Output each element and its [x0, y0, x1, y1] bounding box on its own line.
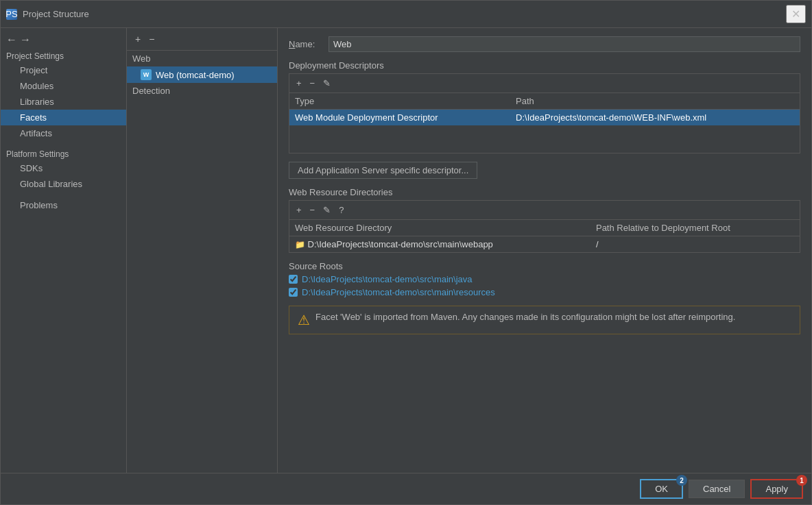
source-root-java: D:\IdeaProjects\tomcat-demo\src\main\jav… [289, 274, 800, 284]
forward-button[interactable]: → [20, 34, 31, 46]
deployment-descriptors-table: Type Path Web Module Deployment Descript… [289, 93, 800, 153]
web-resource-table: Web Resource Directory Path Relative to … [289, 220, 800, 252]
remove-facet-button[interactable]: − [146, 32, 157, 46]
project-settings-header: Project Settings [1, 49, 126, 62]
source-root-resources-checkbox[interactable] [289, 288, 298, 297]
add-web-resource-btn[interactable]: + [294, 204, 304, 217]
help-web-resource-btn[interactable]: ? [336, 204, 346, 217]
web-resource-toolbar: + − ✎ ? [289, 201, 800, 220]
apply-button[interactable]: Apply 1 [750, 479, 803, 499]
name-field-row: Name: [289, 36, 800, 52]
tree-item-web-tomcat[interactable]: W Web (tomcat-demo) [127, 66, 277, 83]
sidebar-item-project[interactable]: Project [1, 62, 126, 78]
add-descriptor-row: Add Application Server specific descript… [289, 162, 800, 179]
ok-button[interactable]: OK 2 [640, 479, 683, 499]
source-root-java-label: D:\IdeaProjects\tomcat-demo\src\main\jav… [302, 274, 473, 284]
left-panel: ← → Project Settings Project Modules Lib… [1, 28, 127, 473]
app-icon: PS [6, 9, 17, 20]
source-roots-section: Source Roots D:\IdeaProjects\tomcat-demo… [289, 261, 800, 297]
edit-descriptor-btn[interactable]: ✎ [320, 77, 333, 90]
web-icon: W [141, 69, 152, 80]
apply-badge: 1 [796, 475, 807, 486]
project-structure-dialog: PS Project Structure ✕ ← → Project Setti… [0, 0, 812, 505]
remove-web-resource-btn[interactable]: − [307, 204, 318, 217]
col-relative-path: Path Relative to Deployment Root [590, 220, 800, 236]
source-roots-title: Source Roots [289, 261, 800, 271]
sidebar-item-libraries[interactable]: Libraries [1, 94, 126, 110]
dialog-title: Project Structure [23, 9, 780, 19]
folder-icon: 📁 [295, 240, 305, 249]
web-resource-directories-table-section: + − ✎ ? Web Resource Directory Path Rela… [289, 200, 800, 253]
col-path: Path [510, 93, 800, 110]
sidebar-item-modules[interactable]: Modules [1, 78, 126, 94]
remove-descriptor-btn[interactable]: − [307, 77, 318, 90]
platform-settings-section: Platform Settings SDKs Global Libraries [1, 147, 126, 192]
sidebar-item-problems[interactable]: Problems [1, 197, 126, 213]
table-row[interactable]: Web Module Deployment Descriptor D:\Idea… [289, 110, 800, 126]
sidebar-item-facets[interactable]: Facets [1, 110, 126, 125]
deployment-descriptors-table-section: + − ✎ Type Path [289, 73, 800, 153]
cancel-label: Cancel [703, 484, 730, 494]
name-label: Name: [289, 39, 323, 49]
add-descriptor-btn[interactable]: + [294, 77, 304, 90]
add-app-server-descriptor-button[interactable]: Add Application Server specific descript… [289, 162, 477, 179]
middle-toolbar: + − [127, 28, 277, 51]
sidebar-item-artifacts[interactable]: Artifacts [1, 125, 126, 141]
add-facet-button[interactable]: + [132, 32, 143, 46]
relative-path: / [590, 236, 800, 253]
sidebar-item-sdks[interactable]: SDKs [1, 160, 126, 176]
back-button[interactable]: ← [6, 34, 17, 46]
deployment-descriptors-section: Deployment Descriptors + − ✎ Type Path [289, 60, 800, 153]
platform-settings-header: Platform Settings [1, 147, 126, 160]
source-root-java-checkbox[interactable] [289, 275, 298, 284]
empty-row [289, 125, 800, 153]
name-input[interactable] [329, 36, 800, 52]
source-root-resources: D:\IdeaProjects\tomcat-demo\src\main\res… [289, 287, 800, 297]
ok-badge: 2 [676, 475, 687, 486]
edit-web-resource-btn[interactable]: ✎ [320, 204, 333, 217]
web-resource-dir: 📁 D:\IdeaProjects\tomcat-demo\src\main\w… [289, 236, 590, 253]
deployment-descriptors-toolbar: + − ✎ [289, 74, 800, 93]
cancel-button[interactable]: Cancel [689, 480, 745, 498]
apply-label: Apply [765, 484, 788, 494]
warning-icon: ⚠ [298, 312, 310, 328]
sidebar-item-global-libraries[interactable]: Global Libraries [1, 176, 126, 192]
tree-item-web-tomcat-label: Web (tomcat-demo) [156, 70, 235, 80]
close-button[interactable]: ✕ [786, 5, 806, 23]
descriptor-type: Web Module Deployment Descriptor [289, 110, 510, 126]
table-row[interactable]: 📁 D:\IdeaProjects\tomcat-demo\src\main\w… [289, 236, 800, 253]
nav-back-area: ← → [1, 31, 126, 49]
col-web-resource-dir: Web Resource Directory [289, 220, 590, 236]
web-resource-directories-section: Web Resource Directories + − ✎ ? Web Res… [289, 187, 800, 253]
ok-label: OK [655, 484, 668, 494]
problems-section: Problems [1, 197, 126, 213]
middle-panel: + − Web W Web (tomcat-demo) Detection [127, 28, 278, 473]
title-bar: PS Project Structure ✕ [1, 1, 811, 28]
descriptor-path: D:\IdeaProjects\tomcat-demo\WEB-INF\web.… [510, 110, 800, 126]
bottom-bar: OK 2 Cancel Apply 1 [1, 473, 811, 504]
tree-item-detection[interactable]: Detection [127, 83, 277, 99]
right-panel: Name: Deployment Descriptors + − ✎ [278, 28, 811, 473]
web-resource-directories-title: Web Resource Directories [289, 187, 800, 197]
deployment-descriptors-title: Deployment Descriptors [289, 60, 800, 71]
warning-box: ⚠ Facet 'Web' is imported from Maven. An… [289, 306, 800, 334]
right-content-area: Name: Deployment Descriptors + − ✎ [278, 28, 811, 343]
col-type: Type [289, 93, 510, 110]
warning-text: Facet 'Web' is imported from Maven. Any … [315, 312, 735, 322]
tree-item-web[interactable]: Web [127, 51, 277, 66]
source-root-resources-label: D:\IdeaProjects\tomcat-demo\src\main\res… [302, 287, 495, 297]
main-content: ← → Project Settings Project Modules Lib… [1, 28, 811, 473]
